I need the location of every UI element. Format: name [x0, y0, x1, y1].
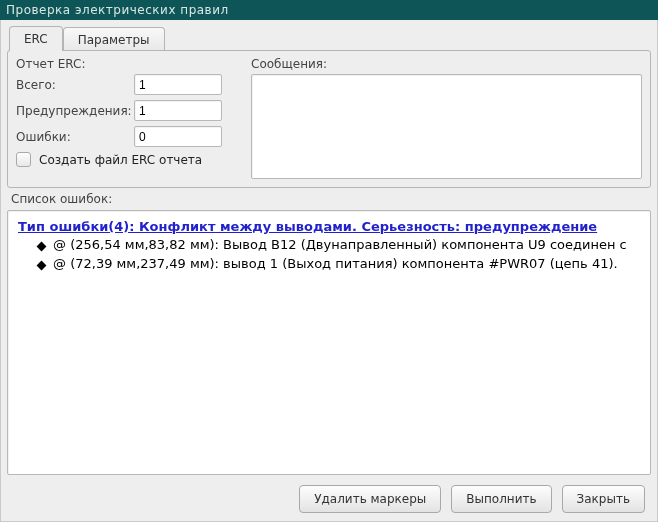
tab-panel-erc: Отчет ERC: Всего: Предупреждения: Ошибки… [7, 50, 651, 188]
buttons-row: Удалить маркеры Выполнить Закрыть [7, 475, 651, 515]
tab-parameters[interactable]: Параметры [63, 27, 165, 52]
run-button[interactable]: Выполнить [451, 485, 551, 513]
close-button[interactable]: Закрыть [562, 485, 645, 513]
create-report-label: Создать файл ERC отчета [39, 153, 202, 167]
error-list-section: Список ошибок: Тип ошибки(4): Конфликт м… [7, 192, 651, 475]
titlebar: Проверка электрических правил [0, 0, 658, 20]
total-label: Всего: [16, 78, 134, 92]
errors-input[interactable] [134, 126, 222, 147]
window-title: Проверка электрических правил [6, 3, 229, 17]
erc-report-label: Отчет ERC: [16, 57, 241, 71]
error-item-text: @ (72,39 мм,237,49 мм): вывод 1 (Выход п… [53, 256, 618, 272]
error-list-label: Список ошибок: [11, 192, 651, 206]
erc-report-group: Отчет ERC: Всего: Предупреждения: Ошибки… [16, 57, 241, 179]
bullet-icon [37, 242, 47, 252]
window-body: ERC Параметры Отчет ERC: Всего: Предупре… [0, 20, 658, 522]
messages-group: Сообщения: [251, 57, 642, 179]
warnings-label: Предупреждения: [16, 104, 134, 118]
warnings-input[interactable] [134, 100, 222, 121]
tab-erc[interactable]: ERC [9, 26, 63, 51]
create-report-row[interactable]: Создать файл ERC отчета [16, 152, 241, 167]
messages-label: Сообщения: [251, 57, 642, 71]
errors-label: Ошибки: [16, 130, 134, 144]
messages-box[interactable] [251, 74, 642, 179]
error-heading-link[interactable]: Тип ошибки(4): Конфликт между выводами. … [18, 219, 640, 234]
list-item[interactable]: @ (256,54 мм,83,82 мм): Вывод B12 (Двуна… [38, 237, 640, 253]
create-report-checkbox[interactable] [16, 152, 31, 167]
delete-markers-button[interactable]: Удалить маркеры [299, 485, 441, 513]
list-item[interactable]: @ (72,39 мм,237,49 мм): вывод 1 (Выход п… [38, 256, 640, 272]
total-input[interactable] [134, 74, 222, 95]
bullet-icon [37, 261, 47, 271]
tabbar: ERC Параметры [7, 25, 651, 50]
error-list-box[interactable]: Тип ошибки(4): Конфликт между выводами. … [7, 210, 651, 475]
error-item-text: @ (256,54 мм,83,82 мм): Вывод B12 (Двуна… [53, 237, 627, 253]
